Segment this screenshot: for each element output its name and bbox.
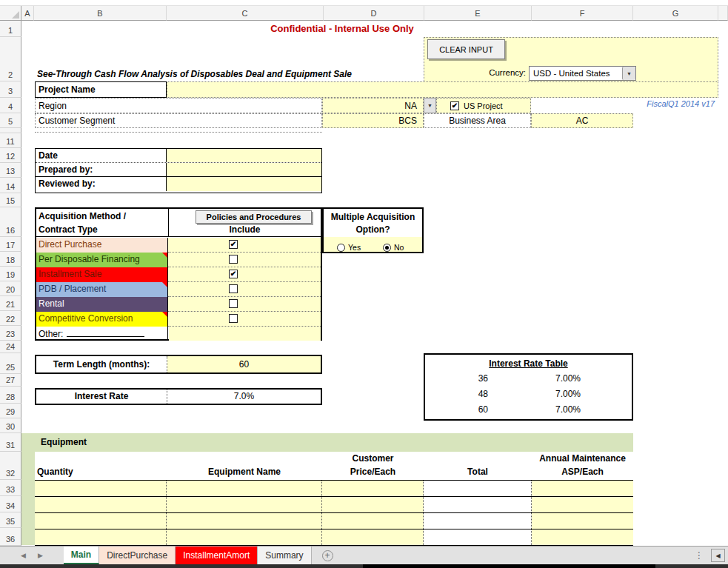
include-cell: ✔ xyxy=(168,267,321,282)
row-header-34[interactable]: 34 xyxy=(0,496,21,512)
yes-radio[interactable] xyxy=(337,244,345,252)
row-header-35[interactable]: 35 xyxy=(0,512,21,528)
equipment-row[interactable] xyxy=(35,480,633,496)
row-header-16[interactable]: 16 xyxy=(0,207,21,237)
row-header-24[interactable]: 24 xyxy=(0,341,21,353)
include-checkbox[interactable] xyxy=(229,314,238,323)
yes-radio-group[interactable]: Yes xyxy=(337,240,361,253)
equipment-col-name: Equipment Name xyxy=(167,467,322,477)
rate-value: 7.00% xyxy=(488,389,581,399)
prepared-by-input[interactable] xyxy=(167,163,321,176)
new-sheet-button[interactable]: + xyxy=(322,550,333,561)
column-header-C[interactable]: C xyxy=(167,6,324,21)
row-header-12[interactable]: 12 xyxy=(0,148,21,163)
row-header-11[interactable]: 11 xyxy=(0,133,21,148)
tabs-scroll-left-icon[interactable]: ◀ xyxy=(15,547,32,564)
column-header-F[interactable]: F xyxy=(532,6,633,21)
region-value[interactable]: NA xyxy=(322,98,424,113)
project-name-input[interactable] xyxy=(167,81,718,98)
column-header-extra[interactable] xyxy=(718,6,728,21)
us-project-checkbox[interactable]: ✔ xyxy=(450,101,459,110)
row-header-2[interactable]: 2 xyxy=(0,37,21,81)
row-header-28[interactable]: 28 xyxy=(0,387,21,404)
equipment-col-maint-line2: ASP/Each xyxy=(532,467,633,477)
hscroll-left-arrow-icon[interactable]: ◀ xyxy=(711,549,725,562)
reviewed-by-input[interactable] xyxy=(167,177,321,191)
column-header-A[interactable]: A xyxy=(21,6,34,21)
row-header-1[interactable]: 1 xyxy=(0,21,21,37)
tab-directpurchase[interactable]: DirectPurchase xyxy=(99,547,176,564)
tab-installmentamort[interactable]: InstallmentAmort xyxy=(176,547,258,564)
row-header-25[interactable]: 25 xyxy=(0,353,21,374)
row-header-21[interactable]: 21 xyxy=(0,296,21,311)
include-checkbox[interactable]: ✔ xyxy=(229,270,238,278)
no-radio-group[interactable]: No xyxy=(383,240,404,253)
tab-main[interactable]: Main xyxy=(64,547,99,564)
other-underline[interactable] xyxy=(67,336,144,337)
rate-value: 7.00% xyxy=(488,373,581,384)
currency-dropdown-arrow-icon[interactable]: ▼ xyxy=(622,67,635,80)
select-all-corner[interactable] xyxy=(0,6,21,21)
row-header-5[interactable]: 5 xyxy=(0,113,21,128)
row-header-19[interactable]: 19 xyxy=(0,267,21,281)
row-header-22[interactable]: 22 xyxy=(0,311,21,326)
other-include-cell[interactable] xyxy=(169,327,321,341)
yes-radio-label: Yes xyxy=(348,243,361,252)
equipment-row[interactable] xyxy=(35,512,633,529)
include-checkbox[interactable] xyxy=(229,299,238,308)
interest-rate-label: Interest Rate xyxy=(36,390,167,404)
row-header-17[interactable]: 17 xyxy=(0,237,21,252)
row-header-30[interactable]: 30 xyxy=(0,418,21,433)
row-header-20[interactable]: 20 xyxy=(0,281,21,296)
include-checkbox[interactable] xyxy=(229,255,238,264)
version-label: FiscalQ1 2014 v17 xyxy=(585,99,715,108)
customer-segment-value[interactable]: BCS xyxy=(322,113,424,128)
row-header-36[interactable]: 36 xyxy=(0,528,21,546)
row-header-29[interactable]: 29 xyxy=(0,404,21,418)
rate-months: 36 xyxy=(425,373,488,384)
clear-input-button[interactable]: CLEAR INPUT xyxy=(427,39,505,59)
interest-rate-box: Interest Rate 7.0% xyxy=(35,388,322,405)
tab-summary[interactable]: Summary xyxy=(258,547,311,564)
acquisition-table: Acquisition Method / Contract Type Polic… xyxy=(35,207,322,341)
acquisition-header-line2: Contract Type xyxy=(36,223,168,236)
row-header-23[interactable]: 23 xyxy=(0,326,21,341)
row-header-3[interactable]: 3 xyxy=(0,81,21,98)
row-header-4[interactable]: 4 xyxy=(0,98,21,113)
term-length-value[interactable]: 60 xyxy=(167,356,321,372)
column-header-E[interactable]: E xyxy=(424,6,532,21)
include-cell xyxy=(168,253,321,267)
tabs-scroll-right-icon[interactable]: ▶ xyxy=(32,547,49,564)
acquisition-row-label: Installment Sale xyxy=(36,267,168,282)
include-checkbox[interactable]: ✔ xyxy=(229,240,238,249)
sheet-subtitle: See-Through Cash Flow Analysis of Dispos… xyxy=(37,69,430,79)
interest-rate-table: Interest Rate Table 367.00% 487.00% 607.… xyxy=(424,353,633,421)
column-header-G[interactable]: G xyxy=(633,6,718,21)
row-header-13[interactable]: 13 xyxy=(0,163,21,178)
row-header-collapsed[interactable] xyxy=(0,128,21,133)
row-header-32[interactable]: 32 xyxy=(0,452,21,480)
business-area-value[interactable]: AC xyxy=(531,113,633,128)
row-header-33[interactable]: 33 xyxy=(0,480,21,496)
include-checkbox[interactable] xyxy=(229,284,238,293)
policies-procedures-button[interactable]: Policies and Procedures xyxy=(196,210,312,224)
interest-rate-value[interactable]: 7.0% xyxy=(167,390,321,404)
acquisition-row-label: Competitive Conversion xyxy=(36,312,168,327)
region-dropdown-arrow-icon[interactable]: ▼ xyxy=(424,98,436,113)
term-length-label: Term Length (months): xyxy=(36,356,167,372)
rate-months: 60 xyxy=(425,404,488,415)
row-header-31[interactable]: 31 xyxy=(0,433,21,452)
customer-segment-label: Customer Segment xyxy=(35,113,322,128)
row-header-15[interactable]: 15 xyxy=(0,193,21,207)
currency-dropdown[interactable]: USD - United States ▼ xyxy=(529,66,636,81)
tabbar-overflow-icon[interactable]: ⋮ xyxy=(695,550,704,561)
equipment-row[interactable] xyxy=(35,496,633,512)
date-input[interactable] xyxy=(167,149,321,162)
no-radio[interactable] xyxy=(383,244,391,252)
column-header-D[interactable]: D xyxy=(324,6,424,21)
row-header-14[interactable]: 14 xyxy=(0,178,21,193)
row-header-27[interactable]: 27 xyxy=(0,374,21,387)
column-header-B[interactable]: B xyxy=(34,6,167,21)
row-header-18[interactable]: 18 xyxy=(0,252,21,267)
equipment-row[interactable] xyxy=(35,529,633,545)
